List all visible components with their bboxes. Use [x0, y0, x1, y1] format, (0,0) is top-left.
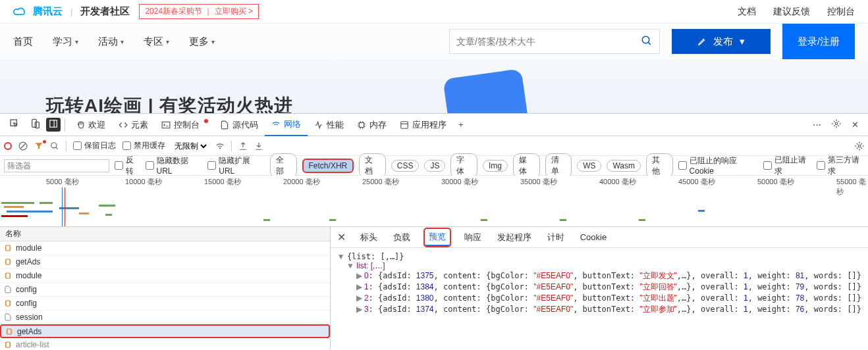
request-row[interactable]: getAds	[0, 255, 330, 269]
tab-response[interactable]: 响应	[463, 228, 483, 247]
tab-performance[interactable]: 性能	[308, 114, 350, 136]
invert-checkbox[interactable]: 反转	[115, 155, 140, 177]
tab-timing[interactable]: 计时	[546, 228, 566, 247]
keep-log-checkbox[interactable]: 保留日志	[73, 140, 116, 151]
request-row[interactable]: module	[0, 241, 330, 255]
tab-memory[interactable]: 内存	[350, 114, 393, 136]
login-button[interactable]: 登录/注册	[782, 24, 855, 59]
tab-headers[interactable]: 标头	[359, 228, 379, 247]
blocked-req-checkbox[interactable]: 已阻止请求	[763, 155, 811, 177]
publish-button[interactable]: 发布 ▾	[672, 29, 771, 54]
wifi-icon[interactable]	[215, 141, 225, 151]
gear-icon[interactable]	[855, 141, 864, 151]
json-preview[interactable]: ▼ {list: [,…]} ▼ list: [,…] ▶ 0: {adsId:…	[331, 248, 868, 349]
type-all[interactable]: 全部	[270, 153, 297, 178]
close-icon[interactable]: ✕	[846, 120, 864, 130]
record-icon[interactable]	[4, 142, 12, 150]
type-media[interactable]: 媒体	[513, 153, 540, 178]
type-font[interactable]: 字体	[450, 153, 477, 178]
tab-label: 网络	[284, 118, 301, 130]
dock-icon[interactable]	[46, 118, 61, 132]
close-icon[interactable]: ✕	[337, 231, 346, 243]
type-css[interactable]: CSS	[391, 160, 420, 172]
tab-initiator[interactable]: 发起程序	[496, 228, 533, 247]
logo[interactable]: 腾讯云	[13, 5, 63, 18]
tab-sources[interactable]: 源代码	[213, 114, 265, 136]
type-js[interactable]: JS	[424, 160, 445, 172]
type-other[interactable]: 其他	[646, 153, 673, 178]
type-wasm[interactable]: Wasm	[607, 160, 641, 172]
label: 已阻止的响应 Cookie	[690, 155, 759, 176]
hide-ext-checkbox[interactable]: 隐藏扩展 URL	[207, 155, 265, 176]
nav-learn[interactable]: 学习▾	[53, 36, 78, 48]
request-row[interactable]: article-list	[0, 338, 330, 349]
nav-more[interactable]: 更多▾	[189, 36, 215, 48]
svg-rect-9	[401, 121, 408, 128]
filter-input[interactable]	[4, 159, 109, 172]
request-row[interactable]: module	[0, 269, 330, 283]
timeline-tick: 45000 毫秒	[678, 177, 715, 187]
nav-zone[interactable]: 专区▾	[144, 36, 169, 48]
timeline-tick: 5000 毫秒	[46, 177, 79, 187]
type-ws[interactable]: WS	[577, 160, 601, 172]
tab-preview[interactable]: 预览	[425, 229, 450, 246]
hand-icon	[76, 120, 85, 130]
add-tab-icon[interactable]: +	[453, 120, 469, 130]
gear-icon[interactable]	[827, 119, 846, 130]
tab-payload[interactable]: 负载	[392, 228, 412, 247]
download-icon[interactable]	[254, 141, 263, 151]
nav-activity[interactable]: 活动▾	[98, 36, 124, 48]
search-icon[interactable]	[641, 35, 653, 49]
tab-welcome[interactable]: 欢迎	[69, 114, 112, 136]
search-icon[interactable]	[50, 141, 59, 151]
brand-sub[interactable]: 开发者社区	[80, 5, 130, 18]
devtools: 欢迎 元素 控制台 源代码 网络 性能 内存 应用程序 + ⋯ ✕ 保留日志 禁…	[0, 113, 868, 349]
console-link[interactable]: 控制台	[827, 6, 855, 18]
hide-data-checkbox[interactable]: 隐藏数据 URL	[146, 155, 203, 176]
nav-items: 首页 学习▾ 活动▾ 专区▾ 更多▾	[13, 36, 215, 48]
tab-cookie[interactable]: Cookie	[579, 228, 608, 246]
timeline-bars	[0, 188, 868, 226]
tab-network[interactable]: 网络	[265, 114, 308, 136]
request-row[interactable]: config	[0, 297, 330, 311]
tab-elements[interactable]: 元素	[112, 114, 155, 136]
type-doc[interactable]: 文档	[359, 153, 386, 178]
separator	[231, 141, 232, 151]
tab-application[interactable]: 应用程序	[393, 114, 453, 136]
type-fetch-xhr[interactable]: Fetch/XHR	[302, 159, 354, 173]
list-header[interactable]: 名称	[0, 227, 330, 241]
request-name: config	[16, 299, 37, 308]
type-manifest[interactable]: 清单	[545, 153, 572, 178]
label: 已阻止请求	[774, 155, 811, 177]
detail-pane: ✕ 标头 负载 预览 响应 发起程序 计时 Cookie ▼ {list: [,…	[331, 227, 868, 349]
tab-console[interactable]: 控制台	[155, 114, 213, 136]
request-row[interactable]: session	[0, 311, 330, 324]
docs-link[interactable]: 文档	[738, 6, 756, 18]
throttle-select[interactable]: 无限制	[172, 141, 209, 151]
clear-icon[interactable]	[18, 141, 28, 151]
request-name: session	[16, 312, 43, 322]
type-img[interactable]: Img	[483, 160, 508, 172]
timeline[interactable]: 5000 毫秒10000 毫秒15000 毫秒20000 毫秒25000 毫秒3…	[0, 176, 868, 227]
device-icon[interactable]	[25, 118, 46, 131]
nav-home[interactable]: 首页	[13, 36, 33, 48]
inspect-icon[interactable]	[4, 118, 25, 131]
feedback-link[interactable]: 建议反馈	[773, 6, 810, 18]
disable-cache-checkbox[interactable]: 禁用缓存	[122, 140, 165, 151]
search-box[interactable]	[449, 29, 660, 54]
request-name: module	[16, 243, 41, 253]
filter-icon[interactable]	[34, 141, 43, 151]
nav-label: 首页	[13, 36, 33, 48]
third-party-checkbox[interactable]: 第三方请求	[817, 155, 864, 177]
request-row[interactable]: config	[0, 283, 330, 297]
search-input[interactable]	[456, 36, 641, 47]
more-icon[interactable]: ⋯	[807, 120, 827, 130]
svg-rect-7	[162, 122, 170, 128]
banner-graphic	[443, 68, 529, 113]
tab-label: 控制台	[174, 119, 200, 131]
promo-banner[interactable]: 2024新春采购节 ｜ 立即购买 >	[139, 4, 259, 19]
blocked-cookie-checkbox[interactable]: 已阻止的响应 Cookie	[678, 155, 759, 176]
request-list: 名称 modulegetAdsmoduleconfigconfigsession…	[0, 227, 331, 349]
request-row[interactable]: getAds	[0, 324, 330, 338]
upload-icon[interactable]	[238, 141, 248, 151]
